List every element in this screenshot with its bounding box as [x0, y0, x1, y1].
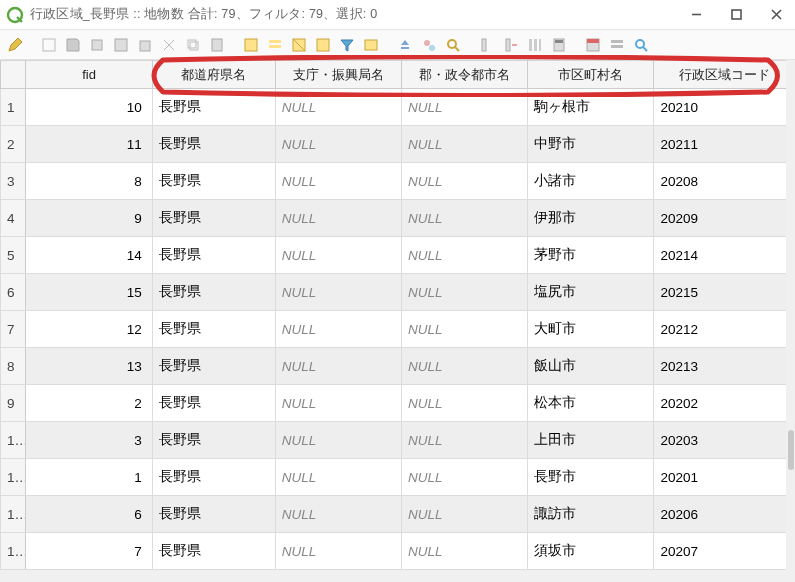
- table-row[interactable]: 49長野県NULLNULL伊那市20209: [1, 200, 795, 237]
- cell-gun[interactable]: NULL: [402, 348, 528, 385]
- cell-pref[interactable]: 長野県: [152, 274, 275, 311]
- row-number[interactable]: 2: [1, 126, 26, 163]
- table-row[interactable]: 211長野県NULLNULL中野市20211: [1, 126, 795, 163]
- cell-branch[interactable]: NULL: [275, 459, 401, 496]
- cell-pref[interactable]: 長野県: [152, 237, 275, 274]
- dock-icon[interactable]: [632, 36, 650, 54]
- table-row[interactable]: 126長野県NULLNULL諏訪市20206: [1, 496, 795, 533]
- cell-pref[interactable]: 長野県: [152, 126, 275, 163]
- cell-gun[interactable]: NULL: [402, 237, 528, 274]
- delete-column-icon[interactable]: [502, 36, 520, 54]
- row-number[interactable]: 11: [1, 459, 26, 496]
- cell-code[interactable]: 20201: [654, 459, 795, 496]
- attribute-table[interactable]: fid 都道府県名 支庁・振興局名 郡・政令都市名 市区町村名 行政区域コード …: [0, 60, 795, 570]
- col-header-code[interactable]: 行政区域コード: [654, 61, 795, 89]
- cell-fid[interactable]: 6: [26, 496, 152, 533]
- cell-fid[interactable]: 13: [26, 348, 152, 385]
- cell-pref[interactable]: 長野県: [152, 311, 275, 348]
- cell-code[interactable]: 20209: [654, 200, 795, 237]
- cell-city[interactable]: 諏訪市: [528, 496, 654, 533]
- field-calculator-icon[interactable]: [550, 36, 568, 54]
- actions-icon[interactable]: [608, 36, 626, 54]
- row-number[interactable]: 4: [1, 200, 26, 237]
- save-icon[interactable]: [64, 36, 82, 54]
- cell-pref[interactable]: 長野県: [152, 496, 275, 533]
- cell-gun[interactable]: NULL: [402, 385, 528, 422]
- row-number[interactable]: 7: [1, 311, 26, 348]
- conditional-format-icon[interactable]: [584, 36, 602, 54]
- cell-branch[interactable]: NULL: [275, 237, 401, 274]
- cell-fid[interactable]: 9: [26, 200, 152, 237]
- filter-selection-icon[interactable]: [338, 36, 356, 54]
- row-number[interactable]: 3: [1, 163, 26, 200]
- cell-branch[interactable]: NULL: [275, 126, 401, 163]
- organize-columns-icon[interactable]: [526, 36, 544, 54]
- cell-gun[interactable]: NULL: [402, 311, 528, 348]
- select-all-icon[interactable]: [266, 36, 284, 54]
- cell-gun[interactable]: NULL: [402, 89, 528, 126]
- cell-branch[interactable]: NULL: [275, 348, 401, 385]
- cell-fid[interactable]: 14: [26, 237, 152, 274]
- table-row[interactable]: 92長野県NULLNULL松本市20202: [1, 385, 795, 422]
- cell-city[interactable]: 茅野市: [528, 237, 654, 274]
- row-number[interactable]: 13: [1, 533, 26, 570]
- cell-city[interactable]: 中野市: [528, 126, 654, 163]
- table-row[interactable]: 514長野県NULLNULL茅野市20214: [1, 237, 795, 274]
- row-number[interactable]: 1: [1, 89, 26, 126]
- cell-city[interactable]: 松本市: [528, 385, 654, 422]
- window-minimize-button[interactable]: [683, 5, 709, 25]
- table-row[interactable]: 137長野県NULLNULL須坂市20207: [1, 533, 795, 570]
- cell-pref[interactable]: 長野県: [152, 89, 275, 126]
- new-column-icon[interactable]: [478, 36, 496, 54]
- cell-pref[interactable]: 長野県: [152, 348, 275, 385]
- cell-city[interactable]: 塩尻市: [528, 274, 654, 311]
- select-value-icon[interactable]: [362, 36, 380, 54]
- edit-pencil-icon[interactable]: [6, 36, 24, 54]
- cell-branch[interactable]: NULL: [275, 200, 401, 237]
- cell-pref[interactable]: 長野県: [152, 533, 275, 570]
- deselect-icon[interactable]: [314, 36, 332, 54]
- cell-city[interactable]: 駒ヶ根市: [528, 89, 654, 126]
- cell-city[interactable]: 長野市: [528, 459, 654, 496]
- row-number[interactable]: 12: [1, 496, 26, 533]
- delete-icon[interactable]: [136, 36, 154, 54]
- cell-gun[interactable]: NULL: [402, 274, 528, 311]
- cell-code[interactable]: 20206: [654, 496, 795, 533]
- cell-gun[interactable]: NULL: [402, 126, 528, 163]
- col-header-fid[interactable]: fid: [26, 61, 152, 89]
- cell-gun[interactable]: NULL: [402, 533, 528, 570]
- cut-icon[interactable]: [160, 36, 178, 54]
- row-number[interactable]: 9: [1, 385, 26, 422]
- toolbar-icon[interactable]: [88, 36, 106, 54]
- cell-gun[interactable]: NULL: [402, 163, 528, 200]
- cell-city[interactable]: 伊那市: [528, 200, 654, 237]
- cell-fid[interactable]: 2: [26, 385, 152, 422]
- cell-branch[interactable]: NULL: [275, 422, 401, 459]
- table-row[interactable]: 103長野県NULLNULL上田市20203: [1, 422, 795, 459]
- cell-city[interactable]: 須坂市: [528, 533, 654, 570]
- cell-branch[interactable]: NULL: [275, 385, 401, 422]
- cell-fid[interactable]: 3: [26, 422, 152, 459]
- cell-code[interactable]: 20215: [654, 274, 795, 311]
- cell-branch[interactable]: NULL: [275, 311, 401, 348]
- add-feature-icon[interactable]: [112, 36, 130, 54]
- cell-gun[interactable]: NULL: [402, 422, 528, 459]
- copy-icon[interactable]: [184, 36, 202, 54]
- cell-gun[interactable]: NULL: [402, 496, 528, 533]
- cell-code[interactable]: 20208: [654, 163, 795, 200]
- cell-branch[interactable]: NULL: [275, 163, 401, 200]
- table-row[interactable]: 615長野県NULLNULL塩尻市20215: [1, 274, 795, 311]
- cell-code[interactable]: 20210: [654, 89, 795, 126]
- cell-code[interactable]: 20207: [654, 533, 795, 570]
- row-number[interactable]: 8: [1, 348, 26, 385]
- table-row[interactable]: 813長野県NULLNULL飯山市20213: [1, 348, 795, 385]
- cell-gun[interactable]: NULL: [402, 459, 528, 496]
- cell-code[interactable]: 20213: [654, 348, 795, 385]
- table-row[interactable]: 38長野県NULLNULL小諸市20208: [1, 163, 795, 200]
- table-row[interactable]: 110長野県NULLNULL駒ヶ根市20210: [1, 89, 795, 126]
- cell-city[interactable]: 上田市: [528, 422, 654, 459]
- cell-code[interactable]: 20202: [654, 385, 795, 422]
- cell-fid[interactable]: 11: [26, 126, 152, 163]
- cell-fid[interactable]: 8: [26, 163, 152, 200]
- cell-fid[interactable]: 12: [26, 311, 152, 348]
